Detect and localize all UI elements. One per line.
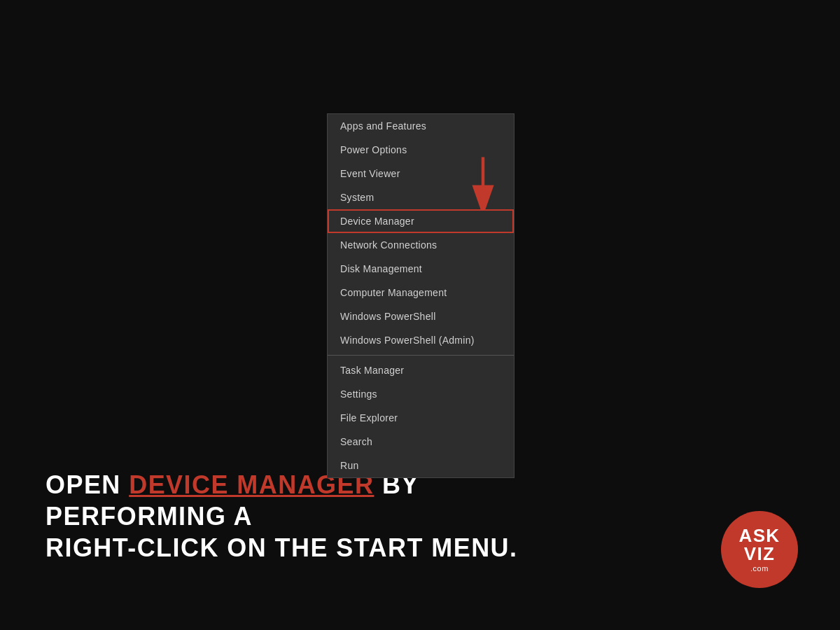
context-menu: Apps and Features Power Options Event Vi… [327, 113, 514, 478]
menu-item-system[interactable]: System [328, 186, 514, 209]
instruction-text: OPEN DEVICE MANAGER BY PERFORMING ARIGHT… [46, 469, 606, 564]
menu-divider [328, 355, 514, 356]
menu-item-settings[interactable]: Settings [328, 382, 514, 406]
menu-item-task-manager[interactable]: Task Manager [328, 358, 514, 382]
menu-item-file-explorer[interactable]: File Explorer [328, 406, 514, 430]
logo-viz-text: VIZ [744, 545, 775, 563]
menu-item-windows-powershell[interactable]: Windows PowerShell [328, 304, 514, 328]
menu-item-event-viewer[interactable]: Event Viewer [328, 162, 514, 186]
menu-item-search[interactable]: Search [328, 430, 514, 454]
askviz-logo: ASK VIZ .com [721, 511, 798, 588]
menu-item-apps-features[interactable]: Apps and Features [328, 114, 514, 138]
menu-item-computer-management[interactable]: Computer Management [328, 281, 514, 304]
menu-item-network-connections[interactable]: Network Connections [328, 233, 514, 257]
menu-item-windows-powershell-admin[interactable]: Windows PowerShell (Admin) [328, 328, 514, 352]
menu-item-device-manager[interactable]: Device Manager [328, 209, 514, 233]
menu-item-power-options[interactable]: Power Options [328, 138, 514, 162]
logo-ask-text: ASK [739, 526, 780, 545]
menu-item-run[interactable]: Run [328, 454, 514, 477]
logo-com-text: .com [750, 564, 769, 573]
menu-item-disk-management[interactable]: Disk Management [328, 257, 514, 281]
instruction-part1: OPEN [46, 470, 129, 499]
